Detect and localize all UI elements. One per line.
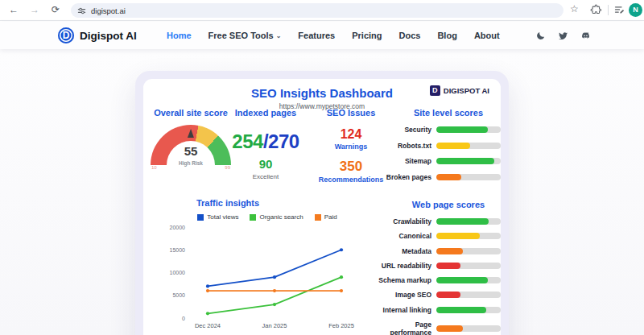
score-bar-track	[436, 174, 501, 180]
score-bar-track	[436, 143, 501, 149]
nav-actions	[535, 22, 591, 49]
score-bar-fill	[436, 174, 461, 180]
nav-item-free-seo-tools[interactable]: Free SEO Tools⌄	[208, 31, 282, 40]
side-panel-icon[interactable]	[613, 4, 625, 16]
score-label: Canonical	[375, 232, 431, 240]
y-tick-label: 10000	[170, 270, 186, 275]
nav-item-label: Free SEO Tools	[208, 31, 274, 40]
score-bar-track	[436, 277, 501, 283]
nav-item-label: Home	[167, 31, 192, 40]
nav-item-about[interactable]: About	[474, 31, 500, 40]
score-bar-fill	[436, 263, 460, 269]
chart-point	[340, 289, 343, 292]
indexed-total: /270	[263, 130, 299, 152]
score-row: Crawlability	[375, 217, 501, 225]
page-body: SEO Insights Dashboard https://www.mypet…	[0, 49, 644, 335]
nav-item-features[interactable]: Features	[298, 31, 335, 40]
chart-point	[340, 248, 343, 251]
browser-toolbar: ← → ⟳ digispot.ai ☆ N	[0, 0, 644, 21]
chart-legend: Total viewsOrganic searchPaid	[155, 213, 380, 221]
legend-label: Organic search	[259, 213, 303, 221]
score-label: Crawlability	[375, 217, 431, 225]
x-tick-label: Jan 2025	[262, 322, 287, 329]
chart-line	[208, 250, 341, 286]
score-label: Page performance	[375, 321, 431, 335]
web-page-scores-panel: Web page scores CrawlabilityCanonicalMet…	[375, 200, 501, 335]
browser-window: ← → ⟳ digispot.ai ☆ N D	[0, 0, 644, 335]
brand[interactable]: D Digispot AI	[58, 27, 137, 43]
legend-label: Total views	[207, 213, 238, 221]
score-row: Sitemap	[375, 157, 501, 165]
gauge-min-label: 10	[151, 165, 157, 170]
score-label: Sitemap	[375, 157, 431, 165]
web-page-scores-list: CrawlabilityCanonicalMetadataURL readabi…	[375, 217, 501, 335]
score-row: Robots.txt	[375, 142, 501, 150]
address-bar[interactable]: digispot.ai	[71, 3, 564, 18]
score-bar-fill	[436, 158, 494, 164]
bookmark-star-icon[interactable]: ☆	[570, 3, 579, 14]
url-text[interactable]: digispot.ai	[91, 6, 126, 15]
site-score-gauge: 55 High Risk 10 99	[149, 123, 233, 173]
nav-item-pricing[interactable]: Pricing	[352, 31, 382, 40]
traffic-chart-svg: 05000100001500020000Dec 2024Jan 2025Feb …	[145, 224, 370, 332]
y-tick-label: 0	[182, 316, 185, 321]
discord-icon[interactable]	[580, 31, 591, 41]
legend-item: Total views	[197, 213, 238, 221]
toolbar-divider	[608, 5, 609, 15]
gauge-needle-icon	[188, 129, 194, 138]
gauge-status-label: High Risk	[149, 160, 233, 166]
score-bar-fill	[436, 126, 488, 133]
x-tick-label: Feb 2025	[328, 322, 354, 329]
dark-mode-moon-icon[interactable]	[535, 31, 546, 41]
score-row: Page performance	[375, 321, 501, 335]
overall-score-panel: Overall site score 55 High Risk 10 99	[145, 108, 237, 173]
indexed-pages-heading: Indexed pages	[230, 108, 301, 118]
score-row: Metadata	[375, 247, 501, 255]
legend-item: Organic search	[250, 213, 303, 221]
score-bar-track	[436, 263, 501, 269]
chevron-down-icon: ⌄	[276, 32, 282, 39]
nav-menu: HomeFree SEO Tools⌄FeaturesPricingDocsBl…	[167, 22, 500, 49]
gauge-max-label: 99	[225, 165, 230, 170]
forward-icon[interactable]: →	[27, 2, 42, 17]
score-label: Robots.txt	[375, 142, 431, 150]
score-label: Security	[375, 126, 431, 134]
site-level-scores-heading: Site level scores	[375, 108, 501, 118]
legend-swatch-icon	[250, 214, 256, 221]
chart-line	[208, 277, 341, 313]
x-tick-label: Dec 2024	[195, 322, 221, 329]
legend-swatch-icon	[315, 214, 321, 221]
legend-swatch-icon	[197, 214, 204, 221]
chart-point	[340, 275, 343, 279]
chart-point	[273, 303, 276, 306]
indexed-score-label: Excellent	[230, 173, 301, 180]
nav-item-label: Pricing	[352, 31, 382, 40]
nav-item-label: About	[474, 31, 500, 40]
y-tick-label: 20000	[170, 225, 186, 230]
indexed-pages-value: 254/270	[230, 130, 301, 153]
nav-item-label: Features	[298, 31, 335, 40]
nav-item-home[interactable]: Home	[167, 31, 192, 40]
back-icon[interactable]: ←	[6, 2, 21, 17]
nav-item-docs[interactable]: Docs	[399, 31, 421, 40]
reload-icon[interactable]: ⟳	[48, 2, 63, 17]
extensions-icon[interactable]	[590, 4, 602, 16]
site-level-scores-panel: Site level scores SecurityRobots.txtSite…	[375, 108, 501, 188]
web-page-scores-heading: Web page scores	[375, 200, 501, 209]
score-bar-track	[436, 248, 501, 254]
nav-item-label: Docs	[399, 31, 421, 40]
twitter-icon[interactable]	[558, 31, 568, 41]
score-row: Internal linking	[375, 306, 501, 314]
dashboard-brand: D DIGISPOT AI	[430, 85, 489, 96]
score-row: URL readability	[375, 262, 501, 270]
score-bar-track	[436, 158, 501, 164]
site-settings-icon[interactable]	[77, 6, 86, 15]
score-bar-track	[436, 126, 501, 133]
dashboard-brand-name: DIGISPOT AI	[444, 86, 489, 95]
profile-avatar[interactable]: N	[629, 3, 642, 17]
score-label: URL readability	[375, 262, 431, 270]
score-bar-fill	[436, 325, 463, 332]
nav-item-blog[interactable]: Blog	[437, 31, 456, 40]
gauge-value: 55	[149, 144, 233, 158]
score-row: Image SEO	[375, 291, 501, 299]
